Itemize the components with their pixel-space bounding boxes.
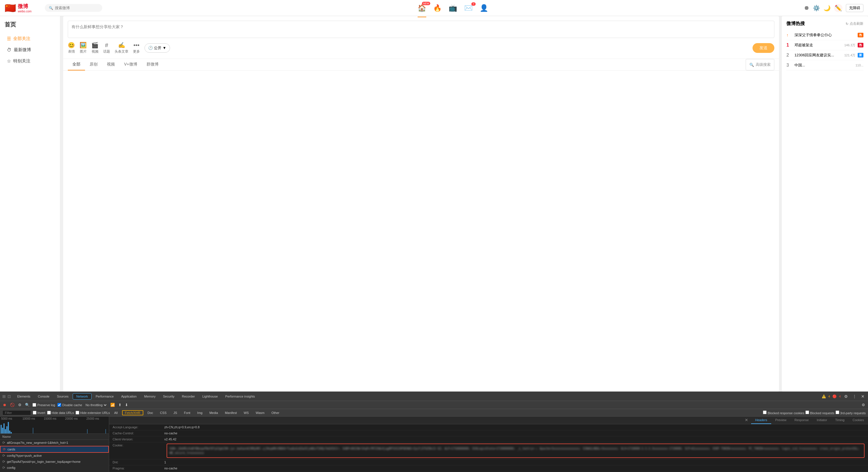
tab-original[interactable]: 原创 bbox=[85, 59, 102, 70]
right-actions: ⏺ ⚙️ 🌙 ✏️ 无障碍 bbox=[804, 4, 863, 12]
composer-actions: 😊 表情 🖼️ 图片 🎬 视频 # 话题 ✍️ 头条文章 bbox=[68, 42, 774, 54]
tab-console[interactable]: Console bbox=[34, 393, 53, 397]
tab-memory[interactable]: Memory bbox=[141, 393, 159, 397]
sidebar-title: 首页 bbox=[5, 21, 56, 28]
article-icon: ✍️ bbox=[118, 42, 125, 49]
top-navbar: 🇨🇳 微博 weibo.com 🔍 🏠 NEW 🔥 📺 ✉️ 7 👤 ⏺ ⚙️ bbox=[0, 0, 868, 16]
sidebar-label-latest: 最新微博 bbox=[14, 47, 31, 53]
devtools-panel: ⊞ ⊡ Elements Console Sources Network Per… bbox=[0, 391, 868, 397]
post-input[interactable] bbox=[68, 21, 774, 38]
devtools-more-button[interactable]: ⋮ bbox=[851, 393, 858, 397]
logo-text: 微博 bbox=[18, 3, 32, 10]
tab-all[interactable]: 全部 bbox=[68, 59, 85, 70]
logo-area: 🇨🇳 微博 weibo.com bbox=[5, 3, 39, 13]
sidebar-item-latest[interactable]: ⏱ 最新微博 bbox=[5, 44, 56, 56]
emoji-label: 表情 bbox=[68, 49, 75, 54]
devtools-inspect-icon[interactable]: ⊡ bbox=[7, 394, 11, 397]
video-button[interactable]: 🎬 视频 bbox=[91, 42, 98, 54]
nav-hot[interactable]: 🔥 bbox=[433, 4, 442, 12]
tab-security[interactable]: Security bbox=[159, 393, 178, 397]
hot-item-3[interactable]: 3 中国... 110... bbox=[786, 60, 863, 70]
tab-recorder[interactable]: Recorder bbox=[178, 393, 198, 397]
error-icon: 🔴 bbox=[832, 394, 837, 397]
clock-icon: ⏱ bbox=[7, 48, 11, 53]
tab-video[interactable]: 视频 bbox=[102, 59, 120, 70]
hot-count-1: 146.3万 bbox=[844, 43, 855, 48]
nav-home[interactable]: 🏠 NEW bbox=[417, 4, 426, 12]
article-button[interactable]: ✍️ 头条文章 bbox=[115, 42, 128, 54]
hot-rank-top: ↑ bbox=[786, 33, 792, 37]
feed-tabs: 全部 原创 视频 V+微博 群微博 🔍 高级搜索 bbox=[63, 59, 779, 71]
tab-elements[interactable]: Elements bbox=[14, 393, 34, 397]
emoji-button[interactable]: 😊 表情 bbox=[68, 42, 75, 54]
more-label: 更多 bbox=[133, 49, 140, 54]
video-label: 视频 bbox=[92, 49, 98, 54]
nav-messages[interactable]: ✉️ 7 bbox=[464, 4, 473, 12]
visibility-button[interactable]: 🕐 公开 ▼ bbox=[145, 43, 170, 53]
hot-item-2[interactable]: 2 12306回应网友建议实... 121.4万 新 bbox=[786, 50, 863, 60]
search-box[interactable]: 🔍 bbox=[45, 4, 102, 12]
weibo-logo-icon: 🇨🇳 bbox=[5, 3, 16, 13]
hot-text-1: 邓超被架走 bbox=[795, 42, 842, 48]
more-icon: ••• bbox=[133, 42, 139, 49]
profile-icon: 👤 bbox=[480, 4, 488, 12]
hot-rank-2: 2 bbox=[786, 53, 792, 58]
visibility-label: 公开 bbox=[154, 46, 161, 51]
nav-icons: 🏠 NEW 🔥 📺 ✉️ 7 👤 bbox=[108, 4, 798, 12]
search-icon: 🔍 bbox=[49, 6, 53, 10]
sidebar-label-special: 特别关注 bbox=[13, 58, 30, 64]
tab-performance[interactable]: Performance bbox=[92, 393, 117, 397]
warning-icon: ⚠️ bbox=[822, 394, 826, 397]
no-barrier-button[interactable]: 无障碍 bbox=[846, 4, 863, 12]
article-label: 头条文章 bbox=[115, 49, 128, 54]
hot-badge-2: 新 bbox=[858, 53, 863, 58]
devtools-settings-button[interactable]: ⚙ bbox=[843, 393, 849, 397]
edit-icon[interactable]: ✏️ bbox=[834, 4, 842, 12]
topic-label: 话题 bbox=[103, 49, 110, 54]
settings-icon[interactable]: ⚙️ bbox=[813, 5, 820, 11]
advanced-search-button[interactable]: 🔍 高级搜索 bbox=[746, 59, 774, 70]
hot-text-top: 深深父子情拳拳公仆心 bbox=[795, 32, 855, 38]
tab-sources[interactable]: Sources bbox=[54, 393, 72, 397]
sidebar-item-all-following[interactable]: ☰ 全部关注 bbox=[5, 33, 56, 44]
tab-group[interactable]: 群微博 bbox=[142, 59, 163, 70]
list-icon: ☰ bbox=[7, 36, 11, 41]
tab-network[interactable]: Network bbox=[73, 393, 92, 397]
hot-text-3: 中国... bbox=[795, 63, 853, 68]
photo-button[interactable]: 🖼️ 图片 bbox=[80, 42, 87, 54]
home-icon: 🏠 bbox=[417, 4, 426, 12]
nav-video[interactable]: 📺 bbox=[448, 4, 457, 12]
tab-application[interactable]: Application bbox=[118, 393, 140, 397]
tab-perf-insights[interactable]: Performance insights bbox=[222, 393, 258, 397]
hot-item-1[interactable]: 1 邓超被架走 146.3万 热 bbox=[786, 40, 863, 50]
hot-item-top[interactable]: ↑ 深深父子情拳拳公仆心 热 bbox=[786, 30, 863, 40]
refresh-icon: ↻ bbox=[846, 22, 848, 26]
nav-profile[interactable]: 👤 bbox=[480, 4, 488, 12]
topic-button[interactable]: # 话题 bbox=[103, 42, 110, 54]
devtools-close-button[interactable]: ✕ bbox=[860, 393, 866, 397]
send-button[interactable]: 发送 bbox=[752, 43, 774, 53]
post-composer: 😊 表情 🖼️ 图片 🎬 视频 # 话题 ✍️ 头条文章 bbox=[63, 16, 779, 59]
record-icon[interactable]: ⏺ bbox=[804, 5, 809, 11]
sidebar-item-special[interactable]: ☆ 特别关注 bbox=[5, 56, 56, 67]
search-icon-small: 🔍 bbox=[749, 63, 754, 67]
video-icon: 📺 bbox=[448, 4, 457, 12]
sidebar: 首页 ☰ 全部关注 ⏱ 最新微博 ☆ 特别关注 bbox=[0, 16, 60, 391]
emoji-icon: 😊 bbox=[68, 42, 75, 49]
error-count: 4 bbox=[839, 395, 841, 397]
hot-count-2: 121.4万 bbox=[844, 53, 855, 58]
tab-lighthouse[interactable]: Lighthouse bbox=[199, 393, 221, 397]
video-icon: 🎬 bbox=[91, 42, 98, 49]
devtools-toggle-icon[interactable]: ⊞ bbox=[2, 394, 6, 397]
hot-search-panel: 微博热搜 ↻ 点击刷新 ↑ 深深父子情拳拳公仆心 热 1 邓超被架走 146.3… bbox=[782, 16, 868, 391]
main-feed: 😊 表情 🖼️ 图片 🎬 视频 # 话题 ✍️ 头条文章 bbox=[63, 16, 779, 391]
refresh-button[interactable]: ↻ 点击刷新 bbox=[846, 21, 863, 26]
more-button[interactable]: ••• 更多 bbox=[133, 42, 140, 54]
tab-vplus[interactable]: V+微博 bbox=[120, 59, 142, 70]
search-input[interactable] bbox=[55, 6, 95, 10]
night-icon[interactable]: 🌙 bbox=[824, 5, 831, 11]
hot-search-title: 微博热搜 bbox=[786, 21, 805, 27]
chevron-down-icon: ▼ bbox=[162, 46, 166, 50]
photo-icon: 🖼️ bbox=[80, 42, 87, 49]
hot-count-3: 110... bbox=[855, 63, 863, 67]
